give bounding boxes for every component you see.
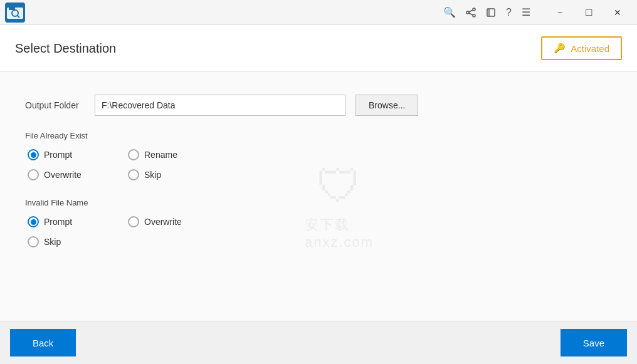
ifn-prompt-option[interactable]: Prompt <box>28 216 128 227</box>
fae-prompt-option[interactable]: Prompt <box>28 149 128 160</box>
fae-overwrite-option[interactable]: Overwrite <box>28 169 128 180</box>
activated-button[interactable]: 🔑 Activated <box>541 36 622 60</box>
window-controls: − ☐ ✕ <box>545 0 632 25</box>
app-logo <box>5 3 25 23</box>
ifn-overwrite-option[interactable]: Overwrite <box>128 216 228 227</box>
minimize-button[interactable]: − <box>545 0 574 25</box>
close-button[interactable]: ✕ <box>603 0 632 25</box>
ifn-skip-option[interactable]: Skip <box>28 236 128 247</box>
share-icon[interactable] <box>466 8 476 18</box>
invalid-file-name-options: Prompt Overwrite Skip <box>28 216 612 247</box>
svg-point-6 <box>466 11 469 14</box>
file-already-exist-section: File Already Exist Prompt Rename Overwri… <box>25 131 612 180</box>
svg-point-5 <box>473 8 475 11</box>
output-folder-input[interactable] <box>95 95 345 116</box>
back-button[interactable]: Back <box>10 329 76 356</box>
ifn-prompt-radio[interactable] <box>28 216 39 227</box>
ifn-overwrite-radio[interactable] <box>128 216 139 227</box>
invalid-file-name-section: Invalid File Name Prompt Overwrite Skip <box>25 198 612 247</box>
maximize-button[interactable]: ☐ <box>574 0 603 25</box>
fae-skip-radio[interactable] <box>128 169 139 180</box>
search-icon[interactable]: 🔍 <box>443 6 456 18</box>
bookmark-icon[interactable] <box>486 8 496 18</box>
fae-overwrite-radio[interactable] <box>28 169 39 180</box>
ifn-skip-radio[interactable] <box>28 236 39 247</box>
save-button[interactable]: Save <box>561 329 627 356</box>
file-already-exist-label: File Already Exist <box>25 131 612 140</box>
help-icon[interactable]: ? <box>506 7 512 18</box>
fae-rename-option[interactable]: Rename <box>128 149 228 160</box>
svg-rect-2 <box>9 5 15 10</box>
ifn-overwrite-label: Overwrite <box>144 217 182 227</box>
fae-skip-label: Skip <box>144 170 161 180</box>
fae-rename-radio[interactable] <box>128 149 139 160</box>
main-content: 🛡 安下载anxz.com Output Folder Browse... Fi… <box>0 72 637 321</box>
fae-prompt-label: Prompt <box>44 150 72 160</box>
svg-rect-10 <box>487 9 495 16</box>
key-icon: 🔑 <box>554 43 566 54</box>
browse-button[interactable]: Browse... <box>355 95 418 116</box>
invalid-file-name-label: Invalid File Name <box>25 198 612 207</box>
menu-icon[interactable]: ☰ <box>522 6 530 18</box>
svg-line-8 <box>469 10 473 12</box>
fae-overwrite-label: Overwrite <box>44 170 82 180</box>
ifn-prompt-label: Prompt <box>44 217 72 227</box>
fae-rename-label: Rename <box>144 150 177 160</box>
footer: Back Save <box>0 321 637 364</box>
title-bar-controls: 🔍 ? ☰ − ☐ ✕ <box>443 0 632 25</box>
output-folder-label: Output Folder <box>25 100 85 110</box>
app-header: Select Destination 🔑 Activated <box>0 25 637 72</box>
svg-line-9 <box>469 13 473 15</box>
svg-point-7 <box>473 14 475 17</box>
file-already-exist-options: Prompt Rename Overwrite Skip <box>28 149 612 180</box>
title-bar: 🔍 ? ☰ − ☐ ✕ <box>0 0 637 25</box>
page-title: Select Destination <box>15 41 116 56</box>
ifn-skip-label: Skip <box>44 237 61 247</box>
fae-skip-option[interactable]: Skip <box>128 169 228 180</box>
title-bar-logo <box>5 3 25 23</box>
fae-prompt-radio[interactable] <box>28 149 39 160</box>
output-folder-row: Output Folder Browse... <box>25 95 612 116</box>
